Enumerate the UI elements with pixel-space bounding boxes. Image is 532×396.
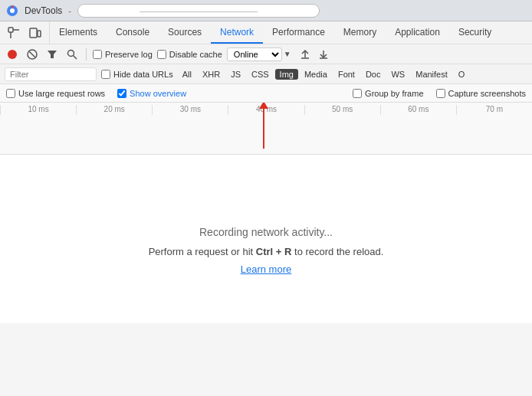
options-left: Use large request rows Show overview — [6, 89, 337, 98]
filter-media[interactable]: Media — [300, 69, 332, 80]
ruler-mark-4: 50 ms — [304, 105, 380, 115]
large-rows-checkbox[interactable] — [6, 89, 15, 98]
tab-elements[interactable]: Elements — [50, 21, 107, 44]
hint-ctrl-r: Ctrl + R — [256, 246, 292, 257]
hint-suffix: to record the reload. — [294, 246, 383, 257]
tab-console[interactable]: Console — [107, 21, 159, 44]
large-rows-label[interactable]: Use large request rows — [6, 89, 105, 98]
title-bar-separator: - — [68, 6, 71, 15]
capture-screenshots-checkbox[interactable] — [436, 89, 445, 98]
hide-data-urls-label[interactable]: Hide data URLs — [101, 70, 173, 79]
learn-more-link[interactable]: Learn more — [241, 263, 291, 275]
upload-download-btns — [297, 47, 331, 62]
svg-marker-10 — [48, 51, 57, 58]
filter-all[interactable]: All — [178, 69, 196, 80]
nav-icons — [0, 21, 50, 44]
filter-button[interactable] — [44, 47, 60, 62]
filter-row: Hide data URLs All XHR JS CSS Img Media … — [0, 64, 532, 84]
inspect-icon-btn[interactable] — [5, 24, 23, 42]
filter-other[interactable]: O — [454, 69, 470, 80]
filter-css[interactable]: CSS — [247, 69, 274, 80]
tab-sources[interactable]: Sources — [159, 21, 211, 44]
filter-input[interactable] — [5, 67, 97, 81]
cursor-arrow-shaft — [263, 103, 264, 149]
tab-performance[interactable]: Performance — [263, 21, 334, 44]
tab-security[interactable]: Security — [449, 21, 501, 44]
ruler-mark-5: 60 ms — [380, 105, 456, 115]
throttle-dropdown-icon: ▼ — [284, 50, 291, 58]
throttle-select[interactable]: Online Fast 3G Slow 3G Offline — [227, 47, 282, 61]
capture-screenshots-label[interactable]: Capture screenshots — [436, 89, 527, 98]
download-button[interactable] — [316, 47, 331, 62]
record-button[interactable] — [5, 47, 20, 62]
url-text: —————————————— — [140, 6, 258, 15]
group-by-frame-checkbox[interactable] — [353, 89, 362, 98]
search-button[interactable] — [64, 47, 80, 62]
cursor-arrow-head — [259, 103, 268, 109]
title-bar-url[interactable]: —————————————— — [77, 4, 320, 18]
hide-data-urls-checkbox[interactable] — [101, 70, 110, 79]
throttle-selector[interactable]: Online Fast 3G Slow 3G Offline ▼ — [227, 47, 291, 61]
options-right: Group by frame Capture screenshots — [353, 89, 526, 98]
show-overview-checkbox[interactable] — [117, 89, 126, 98]
timeline-ruler: 10 ms 20 ms 30 ms 40 ms 50 ms 60 ms 70 m — [0, 103, 532, 155]
group-by-frame-label[interactable]: Group by frame — [353, 89, 423, 98]
tab-network[interactable]: Network — [211, 21, 263, 44]
tab-memory[interactable]: Memory — [334, 21, 386, 44]
devtools-nav: Elements Console Sources Network Perform… — [0, 21, 532, 44]
toolbar-divider-1 — [86, 48, 87, 61]
nav-tabs: Elements Console Sources Network Perform… — [50, 21, 532, 44]
show-overview-label[interactable]: Show overview — [117, 89, 186, 98]
svg-rect-2 — [8, 28, 13, 32]
disable-cache-label[interactable]: Disable cache — [157, 50, 222, 59]
svg-rect-6 — [38, 31, 41, 37]
svg-rect-5 — [30, 28, 37, 38]
preserve-log-checkbox[interactable] — [93, 50, 102, 59]
ruler-mark-0: 10 ms — [0, 105, 76, 115]
filter-doc[interactable]: Doc — [361, 69, 386, 80]
toolbar: Preserve log Disable cache Online Fast 3… — [0, 44, 532, 64]
svg-point-1 — [10, 8, 15, 13]
chrome-logo — [6, 5, 18, 17]
hint-prefix: Perform a request or hit — [149, 246, 256, 257]
filter-js[interactable]: JS — [226, 69, 245, 80]
preserve-log-label[interactable]: Preserve log — [93, 50, 153, 59]
filter-ws[interactable]: WS — [386, 69, 409, 80]
ruler-mark-2: 30 ms — [152, 105, 228, 115]
svg-line-9 — [30, 51, 35, 57]
options-row: Use large request rows Show overview Gro… — [0, 84, 532, 103]
svg-point-7 — [8, 50, 17, 59]
stop-button[interactable] — [25, 47, 40, 62]
svg-point-11 — [68, 50, 74, 56]
main-content: Recording network activity... Perform a … — [0, 155, 532, 323]
title-bar: DevTools - —————————————— — [0, 0, 532, 21]
disable-cache-checkbox[interactable] — [157, 50, 166, 59]
filter-types: All XHR JS CSS Img Media Font Doc WS Man… — [178, 69, 470, 80]
filter-xhr[interactable]: XHR — [198, 69, 225, 80]
cursor-arrow — [263, 103, 264, 149]
filter-img[interactable]: Img — [275, 69, 298, 80]
ruler-mark-6: 70 m — [456, 105, 532, 115]
filter-manifest[interactable]: Manifest — [411, 69, 452, 80]
recording-text: Recording network activity... — [199, 226, 333, 238]
ruler-mark-1: 20 ms — [76, 105, 152, 115]
svg-line-12 — [74, 55, 77, 59]
tab-application[interactable]: Application — [386, 21, 449, 44]
upload-button[interactable] — [297, 47, 313, 62]
title-bar-text: DevTools — [25, 5, 62, 16]
device-icon-btn[interactable] — [26, 24, 44, 42]
hint-text: Perform a request or hit Ctrl + R to rec… — [149, 246, 384, 257]
filter-font[interactable]: Font — [333, 69, 360, 80]
